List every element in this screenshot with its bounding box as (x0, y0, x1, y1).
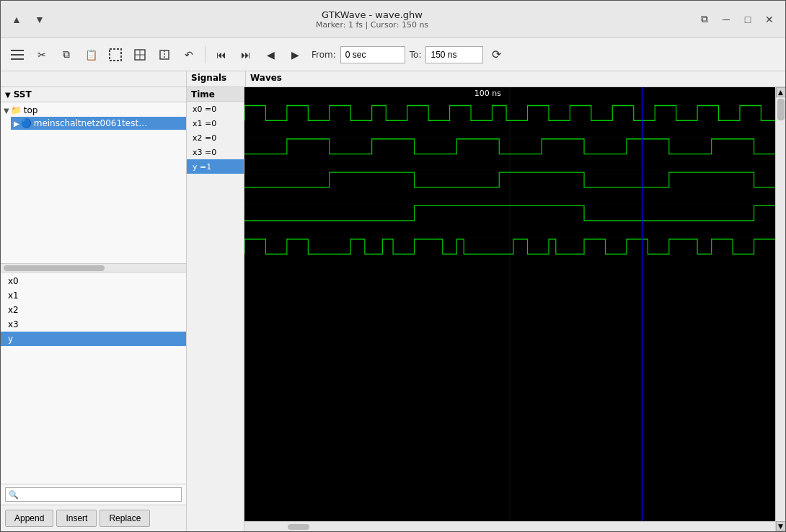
window-subtitle: Marker: 1 fs | Cursor: 150 ns (48, 20, 696, 30)
sst-item-mein[interactable]: ▶ 🔵 meinschaltnetz0061test… (11, 117, 186, 130)
time-100ns-label: 100 ns (474, 89, 501, 98)
waves-panel: Time x0 =0 x1 =0 x2 =0 x3 =0 y =1 100 ns (187, 87, 785, 531)
signal-names-col: Time x0 =0 x1 =0 x2 =0 x3 =0 y =1 (187, 87, 244, 531)
sst-scrollbar-h[interactable] (1, 263, 186, 272)
append-btn[interactable]: Append (5, 510, 53, 527)
titlebar-arrows: ▲ ▼ (8, 11, 48, 28)
v-scroll-thumb[interactable] (777, 99, 785, 120)
sep1 (205, 46, 206, 63)
v-scroll-track[interactable] (776, 97, 786, 521)
titlebar-center: GTKWave - wave.ghw Marker: 1 fs | Cursor… (48, 9, 696, 30)
signals-search: 🔍 (1, 484, 186, 505)
window-title: GTKWave - wave.ghw (48, 9, 696, 20)
waves-scrollbar-thumb[interactable] (288, 524, 309, 530)
paste-btn[interactable]: 📋 (80, 44, 102, 66)
minimize-btn[interactable]: ─ (717, 11, 735, 28)
scroll-down-btn[interactable]: ▼ (31, 11, 48, 28)
sst-item-top[interactable]: ▼ 📁 top (1, 104, 186, 117)
next-btn[interactable]: ▶ (284, 44, 306, 66)
signals-panel: x0 x1 x2 x3 y 🔍 Append Insert Replace (1, 272, 186, 531)
svg-rect-0 (11, 50, 24, 51)
undo-btn[interactable]: ↶ (178, 44, 200, 66)
waveform-svg (244, 87, 775, 521)
signal-item-x1[interactable]: x1 (1, 288, 186, 303)
sst-item-mein-label: meinschaltnetz0061test… (34, 118, 147, 128)
svg-rect-1 (11, 54, 24, 56)
waves-area-label: Waves (246, 71, 286, 87)
close-btn[interactable]: ✕ (761, 11, 778, 28)
scroll-up-btn[interactable]: ▲ (8, 11, 25, 28)
from-label: From: (312, 50, 336, 60)
select-all-btn[interactable] (105, 44, 126, 66)
menu-btn[interactable] (6, 44, 28, 66)
titlebar: ▲ ▼ GTKWave - wave.ghw Marker: 1 fs | Cu… (1, 1, 785, 38)
to-label: To: (410, 50, 422, 60)
prev-btn[interactable]: ◀ (260, 44, 281, 66)
waves-right-panel: Time x0 =0 x1 =0 x2 =0 x3 =0 y =1 100 ns (187, 87, 785, 531)
copy-btn[interactable]: ⧉ (56, 44, 77, 66)
sst-expand-top[interactable]: ▼ (4, 107, 9, 115)
waveform-area[interactable]: 100 ns (244, 87, 775, 521)
search-icon: 🔍 (9, 490, 19, 500)
zoom-fit-btn[interactable] (129, 44, 151, 66)
sigrow-y: y =1 (187, 159, 244, 174)
waves-scrollbar-right: ▲ ▼ (775, 87, 785, 531)
signals-list[interactable]: x0 x1 x2 x3 y (1, 272, 186, 484)
sst-area-label (1, 71, 187, 87)
sst-panel: ▼ SST ▼ 📁 top ▶ 🔵 meinschaltnetz0061test… (1, 87, 187, 531)
sigrow-x0: x0 =0 (187, 102, 244, 116)
sigrow-x2: x2 =0 (187, 130, 244, 145)
zoom-sel-btn[interactable] (154, 44, 175, 66)
restore-btn[interactable]: ⧉ (696, 11, 713, 28)
signal-item-x0[interactable]: x0 (1, 274, 186, 288)
sst-collapse-icon[interactable]: ▼ (5, 91, 11, 99)
replace-btn[interactable]: Replace (100, 510, 150, 527)
sst-folder-icon: 📁 (11, 105, 22, 115)
sst-title: SST (14, 89, 32, 99)
toolbar: ✂ ⧉ 📋 ↶ ⏮ ⏭ ◀ ▶ From: To: ⟳ (1, 38, 785, 71)
insert-btn[interactable]: Insert (56, 510, 97, 527)
v-scroll-up[interactable]: ▲ (776, 87, 786, 97)
panel-labels-row: Signals Waves (1, 71, 785, 87)
sigrow-x3: x3 =0 (187, 145, 244, 159)
signals-area-label: Signals (187, 71, 246, 87)
sst-scroll-track (1, 264, 186, 272)
sst-item-top-label: top (24, 105, 38, 115)
search-input[interactable] (21, 489, 178, 500)
sst-header: ▼ SST (1, 87, 186, 102)
titlebar-left: ▲ ▼ (8, 11, 48, 28)
refresh-btn[interactable]: ⟳ (486, 45, 506, 65)
sigrow-x1: x1 =0 (187, 116, 244, 130)
signal-item-x2[interactable]: x2 (1, 303, 186, 317)
signal-item-x3[interactable]: x3 (1, 317, 186, 332)
sst-scroll-thumb[interactable] (4, 265, 105, 271)
from-input[interactable] (340, 46, 405, 63)
svg-rect-2 (11, 58, 24, 60)
svg-rect-3 (110, 49, 121, 61)
sst-module-icon: 🔵 (21, 118, 32, 128)
maximize-btn[interactable]: □ (739, 11, 756, 28)
titlebar-controls: ⧉ ─ □ ✕ (696, 11, 778, 28)
sst-tree[interactable]: ▼ 📁 top ▶ 🔵 meinschaltnetz0061test… (1, 102, 186, 263)
to-end-btn[interactable]: ⏭ (235, 44, 257, 66)
search-wrap: 🔍 (5, 487, 182, 502)
signal-item-y[interactable]: y (1, 332, 186, 346)
main-window: ▲ ▼ GTKWave - wave.ghw Marker: 1 fs | Cu… (0, 0, 786, 532)
sst-expand-mein[interactable]: ▶ (14, 120, 19, 128)
cut-btn[interactable]: ✂ (31, 44, 53, 66)
time-header: Time (187, 87, 244, 102)
bottom-buttons: Append Insert Replace (1, 505, 186, 531)
to-input[interactable] (425, 46, 483, 63)
v-scroll-down[interactable]: ▼ (776, 521, 786, 531)
to-start-btn[interactable]: ⏮ (211, 44, 232, 66)
main-area: ▼ SST ▼ 📁 top ▶ 🔵 meinschaltnetz0061test… (1, 87, 785, 531)
from-to-area: From: To: (312, 46, 483, 63)
waves-scrollbar-h[interactable] (244, 521, 775, 531)
waves-inner: 100 ns (244, 87, 775, 531)
